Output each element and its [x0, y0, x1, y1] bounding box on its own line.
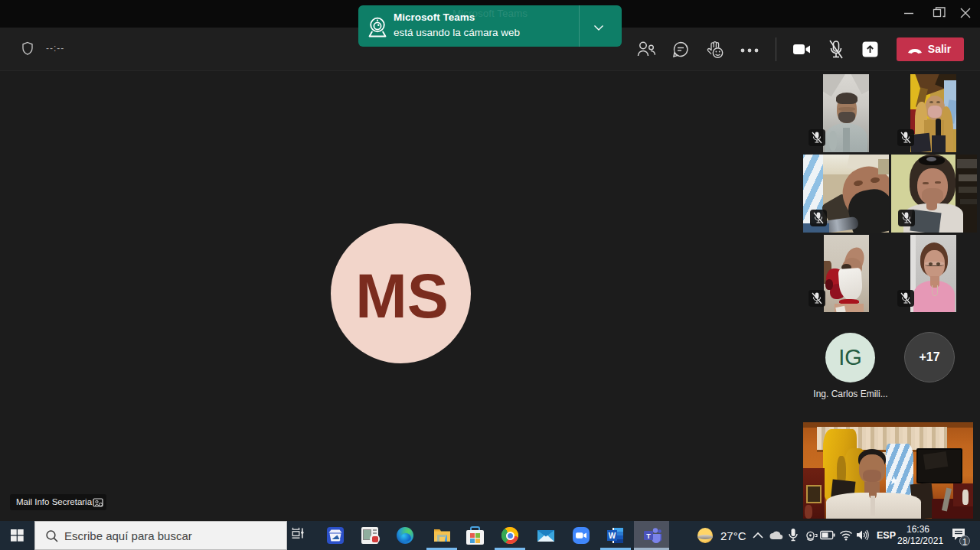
svg-text:T: T [646, 532, 651, 540]
svg-text:W: W [609, 532, 616, 540]
